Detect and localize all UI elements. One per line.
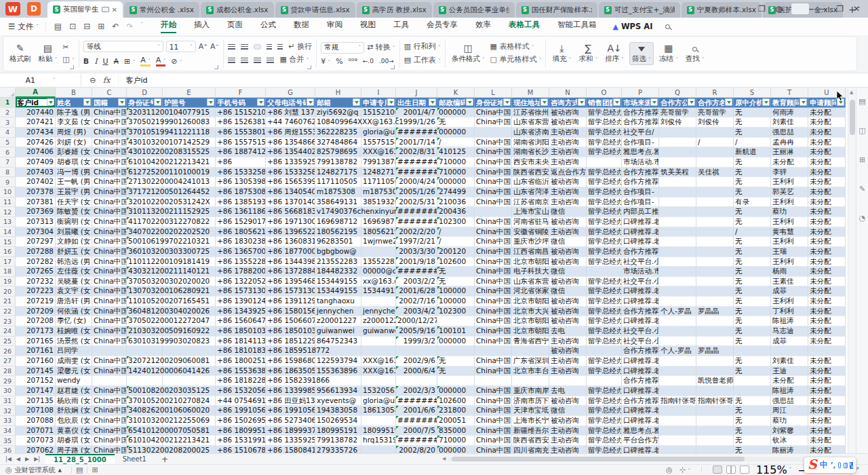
cell[interactable]: 未分配	[808, 147, 846, 157]
cell[interactable]	[127, 346, 163, 356]
cell[interactable]: 360481200304020026	[127, 307, 163, 317]
table-style-button[interactable]: ▦ 表格样式 ˅	[490, 43, 542, 52]
cell[interactable]: 主动咨询	[549, 147, 587, 157]
cell[interactable]: 留学总经办	[587, 217, 622, 227]
filter-dropdown-icon[interactable]	[207, 98, 214, 106]
row-header-29[interactable]: 29	[0, 376, 16, 386]
cell[interactable]: +86 1340540988	[266, 187, 315, 197]
minimize-button[interactable]: —	[818, 5, 827, 13]
menu-item-表格工具[interactable]: 表格工具	[509, 20, 540, 33]
cell[interactable]: 合作方推荐	[622, 346, 659, 356]
cell[interactable]: 舒妍玉 (女	[56, 247, 92, 257]
cell[interactable]: 2000/12/27	[396, 316, 437, 326]
cell-style-button[interactable]: ▢ 单元格样式 ˅	[490, 56, 542, 64]
cell[interactable]: 180562195	[315, 227, 361, 238]
cell[interactable]: 陈敏赟 (女	[56, 207, 92, 217]
cell[interactable]: 124827175	[361, 168, 396, 178]
cell[interactable]: /	[437, 227, 475, 238]
header-cell[interactable]: 咨询方式	[549, 98, 587, 108]
undo-icon[interactable]: ↶	[112, 22, 119, 31]
cell[interactable]	[659, 217, 696, 227]
cell[interactable]: 630103199903020823	[127, 337, 163, 347]
filter-dropdown-icon[interactable]	[613, 98, 620, 106]
cell[interactable]: 韩浩远 (男	[56, 257, 92, 267]
cell[interactable]: 未分配	[808, 376, 846, 386]
cell[interactable]: 天津市宝坻	[512, 406, 549, 416]
cell[interactable]: China中国	[92, 207, 127, 217]
insert-function-icon[interactable]: fx	[103, 75, 111, 85]
cell[interactable]: 任天宇 (女	[56, 197, 92, 208]
cell[interactable]: 黄嘉仪 (女	[56, 426, 92, 436]
print-preview-icon[interactable]: ⊞	[98, 22, 104, 31]
cell[interactable]: 被动咨询	[549, 277, 587, 287]
row-header-11[interactable]: 11	[0, 197, 16, 208]
cell[interactable]: +86 刘慧 137052	[266, 108, 315, 118]
cell[interactable]: 社交平台.小	[622, 337, 659, 347]
cell[interactable]: 未分配	[808, 446, 846, 453]
cell[interactable]: 留学总经办	[587, 177, 622, 187]
cell[interactable]: m1875308	[361, 187, 396, 197]
cell[interactable]	[659, 267, 696, 277]
cell[interactable]	[475, 207, 512, 217]
cell[interactable]: 合作项目-	[622, 138, 659, 148]
cell[interactable]: 135522836	[361, 257, 396, 267]
cell[interactable]: China中国	[92, 217, 127, 227]
sidebar-clipboard-icon[interactable]: ◫	[859, 126, 865, 135]
cell[interactable]: +86 周煜155380	[266, 128, 315, 138]
filter-dropdown-icon[interactable]	[540, 98, 548, 106]
sort-button[interactable]: A↓ 排序 ˅	[603, 43, 626, 64]
cell[interactable]: +86 56681836	[266, 207, 315, 217]
ime-punctuation-icon[interactable]: ’,	[831, 461, 836, 469]
menu-item-公式[interactable]: 公式	[260, 20, 276, 33]
cell[interactable]: 2005/1/26	[396, 187, 437, 197]
cell[interactable]: +86 18501030	[216, 326, 266, 337]
cell[interactable]: China中国	[92, 117, 127, 128]
row-header-18[interactable]: 18	[0, 267, 16, 277]
cell[interactable]: 湖南省长沙	[512, 147, 549, 157]
cell[interactable]: 留学总经办	[587, 247, 622, 257]
cell[interactable]: 未分配	[808, 157, 846, 168]
column-header-B[interactable]: B	[56, 88, 92, 98]
cell[interactable]: 142401200006041426	[127, 366, 163, 377]
cell[interactable]: 被动咨询	[549, 316, 587, 326]
cell[interactable]: 留学总经办	[587, 237, 622, 247]
cell[interactable]: 筑美美程	[659, 168, 696, 178]
cell[interactable]: 刘俊伶	[696, 117, 734, 128]
cell[interactable]: 无	[734, 257, 771, 267]
cell[interactable]: 陈子逸 (男	[56, 108, 92, 118]
cell[interactable]: 410125	[437, 147, 475, 157]
cell[interactable]: China中国	[475, 277, 512, 287]
cell[interactable]: 38519326	[361, 197, 396, 208]
cell[interactable]: 153449155	[315, 286, 361, 297]
row-header-25[interactable]: 25	[0, 337, 16, 347]
cell[interactable]: 2002/8/20	[396, 446, 437, 453]
cell[interactable]: 被动咨询	[549, 297, 587, 307]
cell[interactable]: 主动咨询	[549, 446, 587, 453]
cell[interactable]	[696, 237, 734, 247]
cell[interactable]	[361, 416, 396, 426]
cell[interactable]: +86 13851932	[216, 197, 266, 208]
cell[interactable]: 310103200212255069	[127, 416, 163, 426]
cell[interactable]: 207426	[16, 138, 56, 148]
cell[interactable]: 180562195	[361, 227, 396, 238]
cell[interactable]: 罗晶晶	[696, 346, 734, 356]
align-left-icon[interactable]	[228, 58, 235, 63]
cell[interactable]: 2002/2/20	[396, 227, 437, 238]
cell[interactable]: +86 13053983	[216, 177, 266, 187]
cell[interactable]: 150269534	[315, 416, 361, 426]
docs-home-icon[interactable]: D	[27, 2, 41, 16]
cell[interactable]: 207282	[16, 257, 56, 267]
cell[interactable]: 刘晨曦 (女	[56, 227, 92, 238]
cut-button[interactable]: ✂	[62, 43, 74, 52]
cell[interactable]: +86 18182281	[216, 376, 266, 386]
cell[interactable]	[696, 187, 734, 197]
cell[interactable]: China中国	[92, 446, 127, 453]
cell[interactable]: ########	[396, 416, 437, 426]
close-tab-icon[interactable]: ✕	[112, 6, 117, 14]
cell[interactable]: 亮哥留学	[659, 108, 696, 118]
cell[interactable]: 327484864	[315, 138, 361, 148]
cell[interactable]	[696, 197, 734, 208]
cell[interactable]	[696, 406, 734, 416]
row-header-15[interactable]: 15	[0, 237, 16, 247]
cell[interactable]: China中国	[92, 247, 127, 257]
